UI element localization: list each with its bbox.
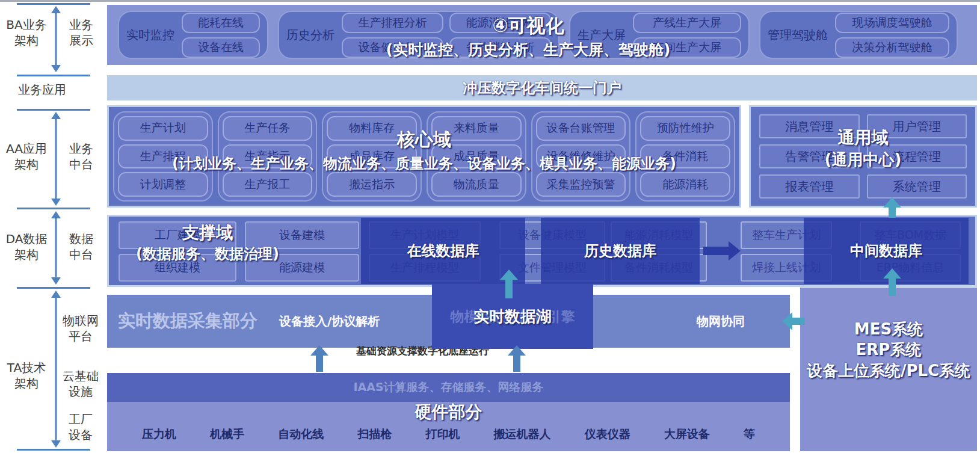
core-cell: 生产排程 bbox=[118, 144, 208, 169]
viz-item: 设备在线 bbox=[182, 37, 260, 58]
viz-items: 产线生产大屏 车间生产大屏 bbox=[633, 13, 741, 58]
common-cell: 消息管理 bbox=[759, 114, 860, 138]
core-cell: 能源消耗 bbox=[640, 172, 730, 197]
viz-group-label: 管理驾驶舱 bbox=[768, 27, 828, 43]
layer-label-ba-right: 业务 展示 bbox=[59, 16, 103, 49]
core-column-logistics: 物料库存 成品库存 搬运指示 bbox=[322, 111, 422, 202]
axis-line bbox=[17, 287, 90, 289]
iot-collab-label: 物网协同 bbox=[649, 313, 793, 330]
collect-title: 实时数据采集部分 bbox=[118, 309, 257, 333]
left-arrow-icon bbox=[782, 312, 805, 331]
viz-items: 能耗在线 设备在线 bbox=[182, 13, 260, 58]
viz-item: 产线生产大屏 bbox=[633, 13, 741, 33]
modeling-box: 工厂建模 bbox=[119, 221, 236, 249]
top-divider-line bbox=[0, 0, 980, 2]
device-label: 自动化线 bbox=[278, 427, 324, 442]
visualization-panel: 实时监控 能耗在线 设备在线 历史分析 生产排程分析 能源消耗分析 设备健康分析… bbox=[107, 5, 977, 65]
core-domain-panel: 生产计划 生产排程 计划调整 生产任务 生产指示 生产报工 物料库存 成品库存 … bbox=[107, 105, 741, 208]
viz-group-label: 实时监控 bbox=[126, 27, 174, 43]
viz-item: 设备健康分析 bbox=[342, 37, 443, 58]
core-cell: 采集监控预警 bbox=[536, 172, 626, 197]
viz-item: 能耗在线 bbox=[182, 13, 260, 33]
viz-group-realtime: 实时监控 能耗在线 设备在线 bbox=[118, 11, 268, 59]
layer-label-ba: BA业务 架构 bbox=[1, 16, 52, 49]
core-cell: 生产任务 bbox=[223, 116, 313, 141]
viz-item: 车间生产大屏 bbox=[633, 37, 741, 58]
device-label: 压力机 bbox=[142, 427, 176, 442]
layer-label-cloud-infra: 云基础 设施 bbox=[57, 367, 105, 401]
device-label: 搬运机器人 bbox=[494, 427, 551, 442]
axis-line bbox=[17, 3, 90, 5]
device-label: 机械手 bbox=[210, 427, 244, 442]
layer-label-aa: AA应用 架构 bbox=[1, 140, 52, 173]
modeling-box: 能源建模 bbox=[245, 254, 359, 282]
middle-database-label: 中间数据库 bbox=[850, 241, 922, 260]
viz-item: 能源消耗分析 bbox=[449, 13, 551, 33]
viz-group-label: 历史分析 bbox=[286, 27, 334, 43]
core-cell: 物料库存 bbox=[327, 116, 417, 141]
axis-line bbox=[17, 109, 90, 111]
history-database-overlay: 历史数据库 bbox=[541, 218, 700, 284]
device-label: 扫描枪 bbox=[357, 427, 392, 442]
core-cell: 预防性维护 bbox=[640, 116, 730, 141]
viz-items: 现场调度驾驶舱 决策分析驾驶舱 bbox=[835, 13, 949, 58]
core-column-equipment: 设备台账管理 设备维修维护 采集监控预警 bbox=[531, 111, 631, 202]
core-cell: 生产报工 bbox=[223, 172, 313, 197]
viz-item: 备件消耗分析 bbox=[449, 37, 551, 58]
core-column-quality: 来料质量 成品质量 物流质量 bbox=[427, 111, 526, 202]
layer-label-aa-right: 业务 中台 bbox=[59, 140, 103, 173]
flow-arrow-right-icon bbox=[703, 241, 741, 261]
portal-title: 冲压数字化车间统一门户 bbox=[463, 78, 621, 97]
online-database-label: 在线数据库 bbox=[407, 241, 479, 260]
up-arrow-icon bbox=[883, 268, 901, 296]
realtime-collect-row: 实时数据采集部分 设备接入/协议解析 物模型数据解析引擎 实时数据湖 物网协同 bbox=[107, 295, 790, 348]
core-cell: 设备维修维护 bbox=[536, 144, 626, 169]
portal-bar: 冲压数字化车间统一门户 bbox=[107, 75, 977, 100]
axis-line bbox=[17, 208, 90, 209]
core-cell: 生产指示 bbox=[223, 144, 313, 169]
support-band: 工厂建模 设备建模 组织建模 能源建模 生产计划模型 设备健康模型 能源消耗模型… bbox=[107, 215, 977, 287]
viz-group-label: 生产大屏 bbox=[578, 27, 626, 43]
modeling-box: 设备建模 bbox=[245, 221, 359, 249]
up-arrow-icon bbox=[500, 270, 518, 298]
common-domain-panel: 消息管理 用户管理 告警管理 流程管理 报表管理 系统管理 bbox=[749, 105, 977, 208]
viz-group-cockpit: 管理驾驶舱 现场调度驾驶舱 决策分析驾驶舱 bbox=[759, 11, 958, 59]
external-systems-box: MES系统 ERP系统 设备上位系统/PLC系统 bbox=[800, 288, 977, 451]
viz-group-bigscreen: 生产大屏 产线生产大屏 车间生产大屏 bbox=[569, 11, 750, 59]
common-cell: 告警管理 bbox=[759, 144, 860, 168]
device-label: 等 bbox=[744, 427, 755, 442]
common-cell: 报表管理 bbox=[759, 174, 860, 199]
up-arrow-icon bbox=[508, 345, 526, 372]
device-access-label: 设备接入/协议解析 bbox=[279, 313, 380, 330]
viz-group-history: 历史分析 生产排程分析 能源消耗分析 设备健康分析 备件消耗分析 bbox=[278, 11, 559, 59]
modeling-box: 组织建模 bbox=[119, 254, 236, 282]
iaas-band: IAAS计算服务、存储服务、网络服务 bbox=[107, 373, 790, 402]
core-cell: 成品库存 bbox=[327, 144, 417, 169]
core-cell: 成品质量 bbox=[431, 144, 522, 169]
layer-label-iot-platform: 物联网 平台 bbox=[57, 312, 105, 345]
core-cell: 备件消耗 bbox=[640, 144, 730, 169]
layer-label-da-right: 数据 中台 bbox=[59, 230, 103, 263]
layer-label-da: DA数据 架构 bbox=[1, 230, 52, 263]
viz-item: 决策分析驾驶舱 bbox=[835, 37, 949, 58]
device-row: 压力机 机械手 自动化线 扫描枪 打印机 搬运机器人 仪表仪器 大屏设备 等 bbox=[107, 424, 790, 445]
core-cell: 来料质量 bbox=[431, 116, 522, 141]
common-cell: 流程管理 bbox=[867, 144, 967, 168]
core-cell: 设备台账管理 bbox=[536, 116, 626, 141]
history-database-label: 历史数据库 bbox=[584, 241, 656, 260]
viz-item: 现场调度驾驶舱 bbox=[835, 13, 949, 33]
core-cell: 物流质量 bbox=[431, 172, 522, 197]
layer-label-ta: TA技术 架构 bbox=[0, 359, 53, 392]
device-label: 仪表仪器 bbox=[585, 427, 630, 442]
common-cell: 用户管理 bbox=[867, 114, 967, 138]
axis-line bbox=[17, 449, 90, 451]
core-cell: 搬运指示 bbox=[327, 172, 417, 197]
architecture-diagram: BA业务 架构 业务 展示 业务应用 AA应用 架构 业务 中台 DA数据 架构… bbox=[0, 0, 980, 456]
common-cell: 系统管理 bbox=[867, 174, 967, 199]
device-label: 打印机 bbox=[425, 427, 460, 442]
core-cell: 生产计划 bbox=[118, 116, 208, 141]
hardware-panel: IAAS计算服务、存储服务、网络服务 硬件部分 压力机 机械手 自动化线 扫描枪… bbox=[107, 373, 790, 451]
core-cell: 计划调整 bbox=[118, 172, 208, 197]
layer-label-app: 业务应用 bbox=[2, 81, 82, 99]
viz-items: 生产排程分析 能源消耗分析 设备健康分析 备件消耗分析 bbox=[342, 13, 551, 58]
